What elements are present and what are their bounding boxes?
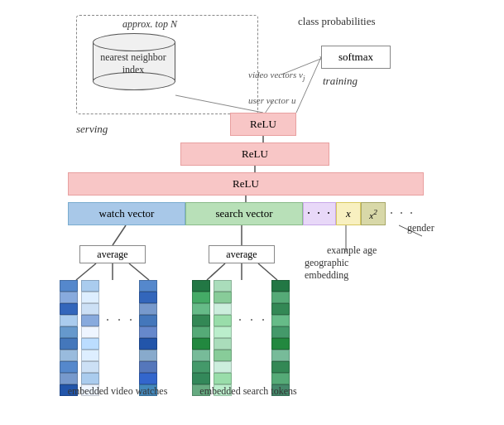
diagram: approx. top N nearest neighborindex clas… [0,0,504,425]
class-prob-label: class probabilities [298,15,376,28]
embedded-search-col-last [271,280,290,396]
search-col-dots: · · · [238,313,267,328]
embedded-search-label: embedded search tokens [190,385,306,398]
serving-label: serving [76,123,108,136]
svg-line-7 [113,225,126,245]
gender-label: gender [407,222,434,234]
training-label: training [323,75,358,88]
softmax-box: softmax [321,46,391,69]
avg-box-left: average [79,245,146,263]
svg-line-14 [258,263,277,280]
svg-line-1 [296,57,321,113]
avg-box-right: average [209,245,275,263]
x2-feature-box: x2 [361,202,386,225]
user-vector-label: user vector u [248,95,295,105]
relu-layer-1: ReLU [230,113,296,136]
relu-layer-3: ReLU [68,172,424,196]
example-age-label: example age [327,244,377,257]
video-vectors-label: video vectors vj [248,70,305,82]
relu-layer-2: ReLU [180,142,329,166]
approx-label: approx. top N [122,18,177,31]
embedded-search-col-1 [192,280,232,396]
embedded-video-label: embedded video watches [60,385,175,398]
svg-line-9 [76,263,96,280]
embedded-video-col-last [139,280,157,396]
search-vector-box: search vector [185,202,303,225]
geo-embedding-label: geographicembedding [305,257,348,282]
svg-line-11 [129,263,149,280]
nn-index-label: nearest neighborindex [95,51,171,76]
x-feature-box: x [336,202,361,225]
feature-row: watch vector search vector · · · x x2 · … [68,202,424,225]
embedded-video-col-1 [60,280,99,396]
dots-feature-1: · · · [303,202,336,225]
svg-line-12 [207,263,225,280]
watch-vector-box: watch vector [68,202,185,225]
video-col-dots: · · · [106,313,135,328]
